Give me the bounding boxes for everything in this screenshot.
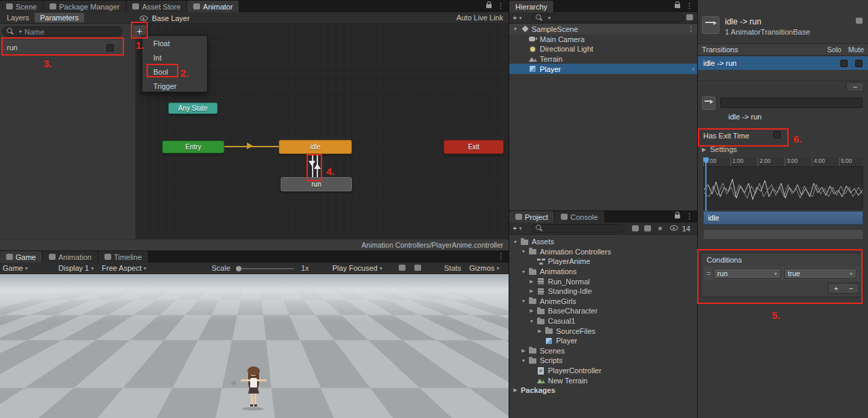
scene-visibility-icon[interactable]	[686, 14, 693, 20]
tree-row-animations[interactable]: ▼Animations	[509, 267, 697, 277]
menu-dots-icon[interactable]: ⋮	[686, 2, 693, 10]
add-condition-button[interactable]: +	[829, 284, 844, 293]
foldout-closed-icon[interactable]: ▶	[528, 279, 535, 284]
tree-row-animation-controllers[interactable]: ▼Animation Controllers	[509, 247, 697, 257]
game-view-mode-dropdown[interactable]: Game▾	[3, 264, 28, 272]
foldout-closed-icon[interactable]: ▶	[536, 328, 543, 334]
foldout-open-icon[interactable]: ▼	[512, 26, 519, 31]
tab-timeline[interactable]: Timeline	[98, 251, 148, 263]
tree-row-scripts[interactable]: ▼Scripts	[509, 356, 697, 366]
settings-foldout-icon[interactable]: ▶	[702, 147, 706, 153]
state-exit[interactable]: Exit	[443, 140, 504, 154]
foldout-closed-icon[interactable]: ▶	[528, 308, 535, 314]
tab-animator[interactable]: Animator	[187, 1, 239, 12]
hidden-packages-eye-icon[interactable]	[670, 225, 678, 231]
tab-console[interactable]: Console	[555, 211, 604, 223]
tree-row-samplescene[interactable]: ▼SampleScene⋮	[509, 24, 697, 35]
auto-live-link-button[interactable]: Auto Live Link	[456, 14, 503, 22]
search-by-type-icon[interactable]	[632, 225, 639, 231]
foldout-open-icon[interactable]: ▼	[520, 299, 527, 303]
tab-package-manager[interactable]: Package Manager	[43, 1, 125, 12]
prefab-open-chevron-icon[interactable]: ›	[692, 65, 694, 73]
has-exit-time-checkbox[interactable]	[773, 131, 781, 138]
hierarchy-search-input[interactable]: ▾	[531, 14, 684, 22]
tree-row-casual1[interactable]: ▼Casual1	[509, 316, 697, 326]
lock-icon[interactable]	[486, 4, 492, 8]
search-filter-caret-icon[interactable]: ▾	[19, 28, 22, 35]
foldout-closed-icon[interactable]: ▶	[512, 387, 519, 393]
tree-row-player[interactable]: Player›	[509, 64, 697, 74]
transition-name-field[interactable]	[720, 98, 863, 108]
solo-checkbox[interactable]	[840, 60, 848, 67]
parameter-row-run[interactable]: run	[1, 39, 123, 56]
tree-row-player[interactable]: Player	[509, 336, 697, 346]
foldout-closed-icon[interactable]: ▶	[528, 288, 535, 294]
parameter-search-input[interactable]: ▾ Name	[2, 26, 123, 37]
parameter-run-checkbox[interactable]	[106, 44, 114, 52]
project-search-input[interactable]	[531, 224, 625, 233]
hierarchy-create-button[interactable]: +▾	[513, 14, 521, 22]
tree-row-playercontroller[interactable]: PlayerController	[509, 366, 697, 376]
tree-row-main-camera[interactable]: Main Camera	[509, 35, 697, 45]
state-entry[interactable]: Entry	[162, 140, 224, 153]
state-idle[interactable]: idle	[279, 140, 352, 154]
foldout-open-icon[interactable]: ▼	[512, 240, 519, 244]
gizmos-dropdown[interactable]: Gizmos▾	[469, 264, 499, 272]
lock-icon[interactable]	[675, 214, 680, 218]
tree-row-playeranime[interactable]: PlayerAnime	[509, 256, 697, 267]
remove-transition-button[interactable]: −	[846, 82, 864, 92]
favorite-star-icon[interactable]: ★	[657, 225, 663, 232]
layers-tab[interactable]: Layers	[1, 13, 35, 22]
mute-audio-icon[interactable]	[399, 265, 406, 271]
tab-game[interactable]: Game	[0, 251, 42, 263]
tree-row-basecharacter[interactable]: ▶BaseCharacter	[509, 306, 697, 316]
asset-options-icon[interactable]	[856, 18, 863, 24]
tab-scene[interactable]: Scene	[0, 1, 43, 12]
tree-row-terrain[interactable]: Terrain	[509, 54, 697, 64]
menu-item-bool[interactable]: Bool	[142, 64, 207, 79]
play-focused-dropdown[interactable]: Play Focused▾	[332, 264, 382, 272]
menu-dots-icon[interactable]: ⋮	[497, 2, 505, 10]
state-any-state[interactable]: Any State	[168, 102, 218, 114]
mute-checkbox[interactable]	[855, 60, 863, 67]
timeline-ruler[interactable]: 0:001:002:003:004:005:00	[703, 157, 863, 166]
foldout-closed-icon[interactable]: ▶	[520, 348, 527, 354]
search-by-label-icon[interactable]	[644, 225, 651, 231]
display-dropdown[interactable]: Display 1▾	[58, 264, 94, 272]
row-options-icon[interactable]: ⋮	[688, 25, 694, 33]
tree-row-scenes[interactable]: ▶Scenes	[509, 346, 697, 356]
parameters-tab[interactable]: Parameters	[35, 13, 84, 22]
tab-hierarchy[interactable]: Hierarchy	[509, 1, 553, 12]
foldout-open-icon[interactable]: ▼	[528, 319, 535, 324]
scale-slider-knob[interactable]	[236, 266, 241, 271]
aspect-dropdown[interactable]: Free Aspect▾	[102, 264, 146, 272]
remove-condition-button[interactable]: −	[844, 284, 859, 293]
menu-item-float[interactable]: Float	[142, 36, 207, 50]
tree-row-directional-light[interactable]: Directional Light	[509, 44, 697, 54]
menu-item-trigger[interactable]: Trigger	[142, 79, 207, 93]
transition-timeline[interactable]: 0:001:002:003:004:005:00 idle	[703, 157, 863, 243]
scale-slider[interactable]	[236, 268, 294, 269]
tab-project[interactable]: Project	[509, 211, 554, 223]
menu-dots-icon[interactable]: ⋮	[686, 212, 693, 220]
tab-animation[interactable]: Animation	[43, 251, 98, 263]
tree-row-new-terrain[interactable]: New Terrain	[509, 375, 697, 385]
tab-asset-store[interactable]: Asset Store	[126, 1, 186, 12]
tree-row-animegirls[interactable]: ▼AnimeGirls	[509, 297, 697, 307]
foldout-open-icon[interactable]: ▼	[520, 249, 527, 254]
search-filter-caret-icon[interactable]: ▾	[548, 15, 551, 21]
metrics-icon[interactable]	[414, 265, 421, 271]
tree-row-standing-idle[interactable]: ▶Standing-Idle	[509, 286, 697, 297]
tree-row-run-normal[interactable]: ▶Run_Normal	[509, 276, 697, 286]
stats-button[interactable]: Stats	[444, 264, 461, 272]
transition-list-row[interactable]: idle -> run	[698, 56, 868, 70]
tree-row-sourcefiles[interactable]: ▶SourceFiles	[509, 326, 697, 336]
drag-handle-icon[interactable]: =	[707, 270, 711, 278]
layer-visibility-eye-icon[interactable]	[140, 16, 148, 21]
project-create-button[interactable]: +▾	[513, 224, 521, 232]
timeline-clip-next[interactable]	[703, 229, 863, 240]
timeline-clip-idle[interactable]: idle	[703, 211, 863, 225]
tree-row-packages[interactable]: ▶Packages	[509, 385, 697, 396]
settings-foldout-label[interactable]: Settings	[710, 145, 737, 153]
condition-parameter-dropdown[interactable]: run▾	[713, 268, 781, 279]
